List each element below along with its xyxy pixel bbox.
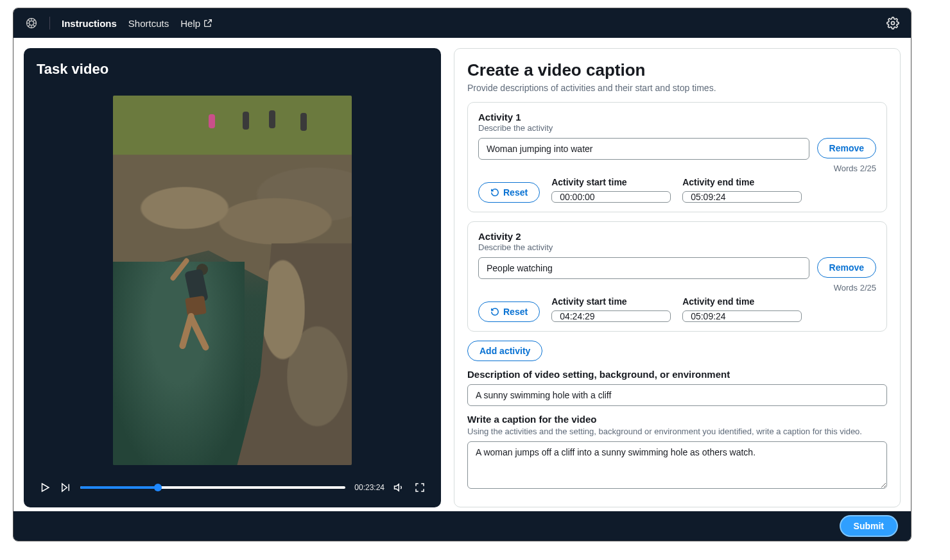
reset-button[interactable]: Reset (478, 182, 540, 203)
end-time-label: Activity end time (682, 177, 802, 187)
svg-marker-3 (42, 484, 49, 491)
end-time-label: Activity end time (682, 296, 802, 307)
caption-label: Write a caption for the video (467, 414, 887, 425)
start-time-input[interactable] (551, 310, 671, 322)
volume-icon[interactable] (393, 482, 405, 493)
word-count: Words 2/25 (478, 283, 876, 293)
svg-marker-6 (395, 484, 399, 491)
app-frame: Instructions Shortcuts Help Task video (13, 8, 911, 541)
svg-point-1 (30, 21, 34, 26)
remove-button[interactable]: Remove (817, 257, 876, 278)
footer: Submit (13, 511, 911, 541)
activity-card-2: Activity 2 Describe the activity Remove … (467, 221, 887, 332)
skip-forward-icon[interactable] (60, 482, 71, 493)
form-heading: Create a video caption (467, 60, 887, 80)
activity-hint: Describe the activity (478, 123, 876, 133)
caption-textarea[interactable] (467, 441, 887, 489)
nav-help-label: Help (180, 18, 200, 29)
word-count: Words 2/25 (478, 164, 876, 173)
svg-marker-4 (62, 484, 67, 491)
topbar-divider (49, 17, 50, 30)
progress-thumb[interactable] (154, 484, 162, 491)
submit-button[interactable]: Submit (841, 516, 897, 536)
video-frame (37, 88, 428, 473)
progress-bar[interactable] (80, 486, 345, 489)
reset-label: Reset (503, 187, 528, 198)
svg-point-2 (892, 22, 895, 25)
video-panel: Task video (24, 48, 441, 507)
nav-help[interactable]: Help (180, 18, 213, 29)
activity-card-1: Activity 1 Describe the activity Remove … (467, 102, 887, 212)
activity-description-input[interactable] (478, 257, 809, 279)
remove-button[interactable]: Remove (817, 138, 876, 158)
current-time: 00:23:24 (354, 483, 384, 492)
caption-hint: Using the activities and the setting, ba… (467, 427, 887, 436)
form-subtitle: Provide descriptions of activities and t… (467, 83, 887, 93)
start-time-label: Activity start time (551, 296, 671, 307)
activity-title: Activity 1 (478, 112, 876, 123)
undo-icon (490, 307, 499, 316)
topbar: Instructions Shortcuts Help (13, 8, 911, 38)
start-time-input[interactable] (551, 191, 671, 203)
end-time-input[interactable] (682, 191, 802, 203)
activity-hint: Describe the activity (478, 242, 876, 252)
video-title: Task video (37, 61, 428, 78)
start-time-label: Activity start time (551, 177, 671, 187)
reset-button[interactable]: Reset (478, 301, 540, 322)
player-controls: 00:23:24 (37, 473, 428, 495)
play-icon[interactable] (39, 482, 51, 493)
nav-instructions[interactable]: Instructions (62, 18, 117, 29)
progress-fill (80, 486, 157, 489)
setting-input[interactable] (467, 384, 887, 406)
nav-shortcuts[interactable]: Shortcuts (128, 18, 169, 29)
undo-icon (490, 188, 499, 197)
reset-label: Reset (503, 307, 528, 317)
activity-title: Activity 2 (478, 231, 876, 242)
setting-label: Description of video setting, background… (467, 369, 887, 380)
fullscreen-icon[interactable] (414, 482, 426, 493)
end-time-input[interactable] (682, 310, 802, 322)
content: Task video (13, 38, 911, 511)
video-thumbnail[interactable] (113, 96, 352, 465)
external-link-icon (203, 18, 213, 28)
activity-description-input[interactable] (478, 138, 809, 160)
add-activity-button[interactable]: Add activity (467, 341, 542, 361)
gear-icon[interactable] (886, 17, 899, 30)
logo-icon (25, 17, 38, 30)
form-panel: Create a video caption Provide descripti… (454, 48, 901, 507)
